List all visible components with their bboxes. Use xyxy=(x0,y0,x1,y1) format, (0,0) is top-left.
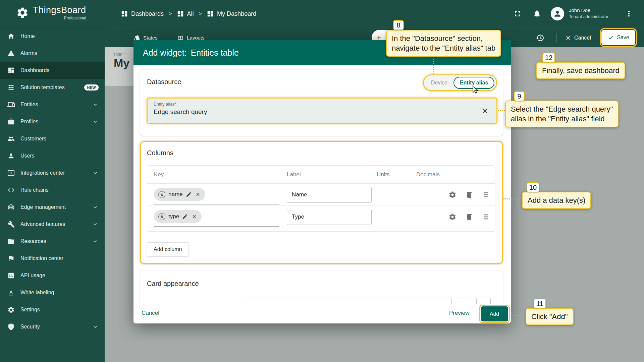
breadcrumb-my-dashboard[interactable]: My Dashboard xyxy=(207,10,256,17)
columns-section-label: Columns xyxy=(147,149,173,157)
delete-trash-icon[interactable] xyxy=(465,191,473,199)
notifications-bell-icon[interactable] xyxy=(533,9,541,18)
edit-pencil-icon[interactable] xyxy=(182,214,188,220)
kebab-menu-icon[interactable] xyxy=(625,9,633,18)
dashboard-title-label: Title* xyxy=(113,52,123,57)
toolbar-divider xyxy=(556,33,556,43)
sidebar-item-dashboards[interactable]: Dashboards xyxy=(0,62,105,79)
key-settings-gear-icon[interactable] xyxy=(448,191,457,199)
format-text-icon xyxy=(7,289,15,296)
logo-title: ThingsBoard xyxy=(33,5,86,15)
sidebar-item-entities[interactable]: Entities xyxy=(0,96,105,113)
dashboard-title-value: My xyxy=(114,57,129,70)
connector-line xyxy=(498,110,505,111)
warning-icon xyxy=(7,50,15,57)
dialog-title-name: Entities table xyxy=(191,48,239,58)
sidebar-item-api-usage[interactable]: API usage xyxy=(0,267,105,284)
briefcase-icon xyxy=(7,118,15,125)
add-column-button[interactable]: Add column xyxy=(147,242,189,256)
remove-key-icon[interactable] xyxy=(195,191,201,197)
sidebar-item-solution-templates[interactable]: Solution templates NEW xyxy=(0,79,105,96)
sidebar-item-resources[interactable]: Resources xyxy=(0,233,105,250)
dialog-cancel-button[interactable]: Cancel xyxy=(142,310,159,316)
delete-trash-icon[interactable] xyxy=(465,213,473,221)
breadcrumb-label: My Dashboard xyxy=(217,10,256,17)
apps-grid-icon xyxy=(7,84,15,91)
clear-icon[interactable] xyxy=(481,107,489,115)
columns-table-header: Key Label Units Decimals xyxy=(147,166,495,184)
user-name: John Doe xyxy=(569,7,608,13)
sidebar-item-advanced-features[interactable]: Advanced features xyxy=(0,216,105,233)
history-icon[interactable] xyxy=(536,34,544,42)
sidebar-item-notification-center[interactable]: Notification center xyxy=(0,250,105,267)
header-units: Units xyxy=(377,171,416,178)
sidebar-item-alarms[interactable]: Alarms xyxy=(0,45,105,62)
wrench-icon xyxy=(7,221,15,228)
remove-key-icon[interactable] xyxy=(191,214,197,220)
column-label-input[interactable] xyxy=(287,209,372,225)
sidebar-item-customers[interactable]: Customers xyxy=(0,130,105,147)
chevron-down-icon[interactable] xyxy=(92,323,99,330)
sidebar-item-profiles[interactable]: Profiles xyxy=(0,113,105,130)
breadcrumb-all[interactable]: All xyxy=(177,10,194,17)
integration-icon xyxy=(7,169,15,177)
entity-alias-field[interactable]: Entity alias* Edge search query xyxy=(148,99,496,123)
sidebar-item-home[interactable]: Home xyxy=(0,27,105,45)
chevron-down-icon[interactable] xyxy=(92,221,99,228)
dialog-add-button[interactable]: Add xyxy=(481,306,508,321)
data-key-chip[interactable]: E type xyxy=(154,210,202,223)
user-info: John Doe Tenant administrator xyxy=(569,7,608,19)
callout-step-9: Select the "Edge search query" alias in … xyxy=(505,101,619,127)
step-number-badge: 8 xyxy=(393,20,404,30)
sidebar: Home Alarms Dashboards Solution template… xyxy=(0,27,105,362)
breadcrumb-dashboards[interactable]: Dashboards xyxy=(121,10,164,17)
toggle-device[interactable]: Device xyxy=(425,80,453,86)
chevron-down-icon[interactable] xyxy=(92,101,99,108)
step-number-badge: 12 xyxy=(542,53,555,63)
sidebar-item-white-labeling[interactable]: White labeling xyxy=(0,284,105,301)
topbar: ThingsBoard Professional Dashboards > Al… xyxy=(0,0,644,27)
add-widget-dialog: Add widget: Entities table Datasource De… xyxy=(133,40,511,323)
dialog-footer: Cancel Preview Add xyxy=(133,304,511,323)
chevron-down-icon[interactable] xyxy=(92,118,99,125)
chevron-down-icon[interactable] xyxy=(92,238,99,245)
drag-handle-icon[interactable] xyxy=(482,213,490,221)
sidebar-item-rule-chains[interactable]: Rule chains xyxy=(0,181,105,198)
column-label-input[interactable] xyxy=(287,187,372,203)
step-number-badge: 11 xyxy=(534,299,546,309)
dialog-title-prefix: Add widget: xyxy=(143,48,187,58)
chevron-down-icon[interactable] xyxy=(92,204,99,210)
entity-field-icon: E xyxy=(158,213,165,220)
card-appearance-section-label: Card appearance xyxy=(147,280,199,288)
sidebar-item-users[interactable]: Users xyxy=(0,147,105,164)
data-key-name: type xyxy=(168,213,179,220)
cancel-edit-button[interactable]: Cancel xyxy=(565,28,591,48)
key-settings-gear-icon[interactable] xyxy=(448,213,457,221)
chart-icon xyxy=(7,272,15,279)
sidebar-item-security[interactable]: Security xyxy=(0,318,105,335)
chevron-down-icon[interactable] xyxy=(92,170,99,176)
header-key: Key xyxy=(154,171,287,178)
connector-line xyxy=(511,315,526,316)
callout-step-11: Click "Add" xyxy=(526,308,574,325)
connector-line xyxy=(503,198,522,199)
dialog-preview-button[interactable]: Preview xyxy=(449,310,469,316)
dashboards-icon xyxy=(7,67,15,74)
sidebar-item-integrations-center[interactable]: Integrations center xyxy=(0,164,105,181)
drag-handle-icon[interactable] xyxy=(482,191,490,199)
save-dashboard-button[interactable]: Save xyxy=(601,30,635,45)
person-icon xyxy=(7,152,15,160)
sidebar-item-settings[interactable]: Settings xyxy=(0,301,105,318)
avatar[interactable] xyxy=(551,7,564,20)
screen: Title* My States Layouts + Cancel Save xyxy=(0,0,644,362)
edit-pencil-icon[interactable] xyxy=(186,191,192,197)
entity-field-icon: E xyxy=(158,191,165,198)
devices-icon xyxy=(7,101,15,108)
code-icon xyxy=(7,186,15,194)
sidebar-item-edge-management[interactable]: Edge management xyxy=(0,198,105,216)
callout-step-10: Add a data key(s) xyxy=(522,192,591,209)
data-key-chip[interactable]: E name xyxy=(154,188,205,201)
breadcrumb-label: All xyxy=(187,10,194,17)
fullscreen-icon[interactable] xyxy=(513,9,522,18)
dashboard-icon xyxy=(177,10,184,17)
